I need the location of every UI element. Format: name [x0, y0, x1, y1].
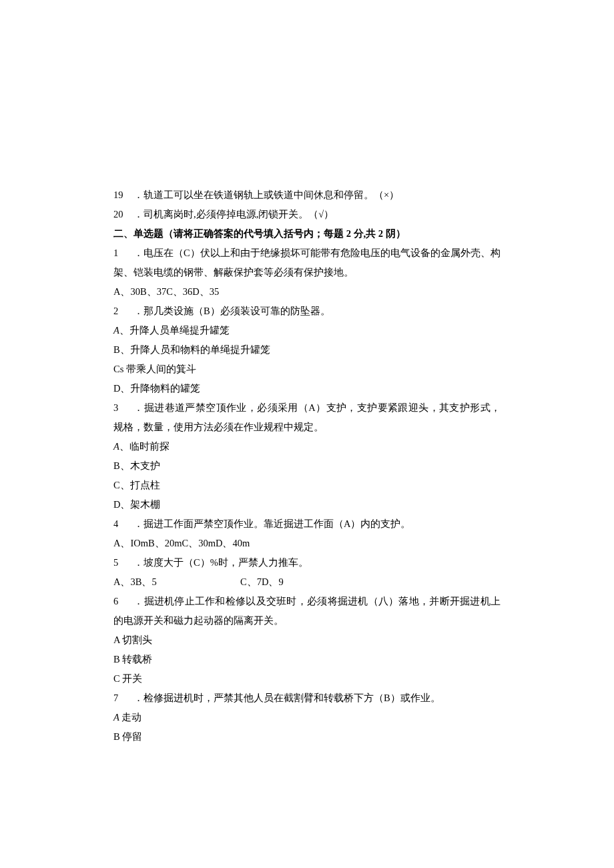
item-text: ．轨道工可以坐在铁道钢轨上或铁道中间休息和停留。（×） — [133, 189, 399, 200]
item-text: ．那几类设施（B）必须装设可靠的防坠器。 — [133, 306, 330, 316]
mc-item-6-opt-a: A 切割头 — [113, 630, 501, 650]
item-text: ．掘进工作面严禁空顶作业。靠近掘进工作面（A）内的支护。 — [133, 518, 410, 529]
mc-item-6-opt-b: B 转载桥 — [113, 650, 501, 669]
mc-item-3-opt-b: B、木支护 — [113, 456, 501, 476]
item-text: ．司机离岗时,必须停掉电源,闭锁开关。（√） — [133, 209, 334, 220]
mc-item-7-opt-a: A 走动 — [113, 708, 501, 727]
mc-item-2-opt-d: D、升降物料的罐笼 — [113, 379, 501, 398]
item-number: 19 — [113, 185, 133, 205]
item-text: ．掘进机停止工作和检修以及交班时，必须将掘进机（八）落地，并断开掘进机上的电源开… — [113, 596, 501, 626]
mc-item-2-opt-c: Cs 带乘人间的箕斗 — [113, 360, 501, 379]
tf-item-20: 20．司机离岗时,必须停掉电源,闭锁开关。（√） — [113, 205, 501, 224]
mc-item-3-opt-c: C、打点柱 — [113, 476, 501, 495]
option-text: 、升降人员单绳提升罐笼 — [119, 325, 230, 336]
item-number: 3 — [113, 398, 133, 418]
document-page: 19．轨道工可以坐在铁道钢轨上或铁道中间休息和停留。（×） 20．司机离岗时,必… — [0, 0, 614, 868]
section-2-title: 二、单选题（请将正确答案的代号填入括号内；每题 2 分,共 2 阴） — [113, 224, 501, 244]
option-text: 走动 — [119, 712, 142, 723]
option-label: A — [113, 325, 119, 336]
item-number: 6 — [113, 592, 133, 611]
item-text: ．掘进巷道严禁空顶作业，必须采用（A）支护，支护要紧跟迎头，其支护形式，规格，数… — [113, 402, 501, 432]
mc-item-5: 5．坡度大于（C）%时，严禁人力推车。 — [113, 553, 501, 572]
item-number: 20 — [113, 205, 133, 224]
option-label: A — [113, 441, 119, 452]
mc-item-2: 2．那几类设施（B）必须装设可靠的防坠器。 — [113, 302, 501, 321]
mc-item-3-opt-d: D、架木棚 — [113, 495, 501, 514]
tf-item-19: 19．轨道工可以坐在铁道钢轨上或铁道中间休息和停留。（×） — [113, 185, 501, 205]
options-left: A、3B、5 — [113, 572, 240, 592]
mc-item-6-opt-c: C 开关 — [113, 669, 501, 689]
item-text: ．电压在（C）伏以上和由于绝缘损坏可能带有危险电压的电气设备的金属外壳、构架、铠… — [113, 248, 501, 278]
mc-item-3: 3．掘进巷道严禁空顶作业，必须采用（A）支护，支护要紧跟迎头，其支护形式，规格，… — [113, 398, 501, 437]
mc-item-4-options: A、IOmB、20mC、30mD、40m — [113, 534, 501, 553]
item-number: 4 — [113, 514, 133, 534]
mc-item-2-opt-b: B、升降人员和物料的单绳提升罐笼 — [113, 340, 501, 360]
mc-item-1: 1．电压在（C）伏以上和由于绝缘损坏可能带有危险电压的电气设备的金属外壳、构架、… — [113, 244, 501, 282]
mc-item-1-options: A、30B、37C、36D、35 — [113, 282, 501, 302]
item-number: 2 — [113, 302, 133, 321]
mc-item-3-opt-a: A、临时前探 — [113, 437, 501, 456]
mc-item-5-options: A、3B、5C、7D、9 — [113, 572, 501, 592]
mc-item-2-opt-a: A、升降人员单绳提升罐笼 — [113, 321, 501, 340]
mc-item-7-opt-b: B 停留 — [113, 727, 501, 747]
item-text: ．坡度大于（C）%时，严禁人力推车。 — [133, 557, 308, 568]
option-text: 、临时前探 — [119, 441, 170, 452]
option-label: A — [113, 712, 119, 723]
item-number: 5 — [113, 553, 133, 572]
item-text: ．检修掘进机时，严禁其他人员在截割臂和转载桥下方（B）或作业。 — [133, 693, 440, 703]
mc-item-6: 6．掘进机停止工作和检修以及交班时，必须将掘进机（八）落地，并断开掘进机上的电源… — [113, 592, 501, 630]
mc-item-4: 4．掘进工作面严禁空顶作业。靠近掘进工作面（A）内的支护。 — [113, 514, 501, 534]
item-number: 7 — [113, 689, 133, 708]
item-number: 1 — [113, 244, 133, 263]
mc-item-7: 7．检修掘进机时，严禁其他人员在截割臂和转载桥下方（B）或作业。 — [113, 689, 501, 708]
options-right: C、7D、9 — [240, 576, 284, 587]
